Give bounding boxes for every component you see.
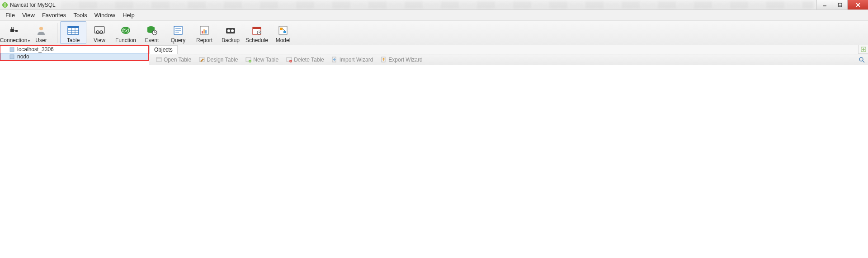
svg-rect-50: [10, 55, 14, 59]
connection-sidebar: localhost_3306 nodo: [0, 45, 149, 258]
main-toolbar: Connection▾ User Table View f(x) Functio…: [0, 21, 868, 45]
toolbar-separator: [57, 23, 57, 43]
view-glasses-icon: [93, 24, 106, 36]
toolbar-function-label: Function: [115, 37, 136, 43]
toolbar-user-label: User: [35, 37, 47, 43]
toolbar-function[interactable]: f(x) Function: [113, 21, 139, 44]
connection-item-label: localhost_3306: [17, 46, 54, 53]
search-button[interactable]: [857, 55, 866, 64]
connection-list-highlight: localhost_3306 nodo: [0, 45, 149, 61]
toolbar-schedule-label: Schedule: [245, 37, 268, 43]
new-table-label: New Table: [253, 57, 278, 63]
main-panel: Objects Open Table Design Table: [149, 45, 868, 258]
connection-item-label: nodo: [17, 53, 29, 60]
svg-line-67: [863, 61, 864, 62]
event-clock-icon: [146, 24, 158, 36]
table-grid-icon: [67, 24, 80, 36]
svg-rect-54: [156, 57, 161, 62]
new-table-button[interactable]: New Table: [241, 56, 282, 64]
import-wizard-icon: [331, 57, 338, 63]
background-browser-tabs: [61, 1, 814, 9]
navicat-icon: [2, 2, 8, 8]
new-table-icon: [245, 57, 251, 63]
toolbar-event-label: Event: [145, 37, 159, 43]
menu-help[interactable]: Help: [119, 11, 138, 19]
toolbar-schedule[interactable]: Schedule: [244, 21, 270, 44]
tab-objects[interactable]: Objects: [149, 45, 178, 54]
toolbar-query[interactable]: Query: [165, 21, 191, 44]
menu-view[interactable]: View: [19, 11, 38, 19]
svg-rect-45: [279, 26, 287, 34]
design-table-icon: [198, 57, 205, 63]
toolbar-model-label: Model: [276, 37, 291, 43]
tab-filler: [178, 45, 858, 54]
backup-tape-icon: [224, 24, 237, 36]
search-icon: [859, 57, 865, 63]
connection-item-localhost[interactable]: localhost_3306: [0, 46, 148, 53]
delete-table-button[interactable]: Delete Table: [282, 56, 328, 64]
function-fx-icon: f(x): [119, 24, 132, 36]
menubar: File View Favorites Tools Window Help: [0, 10, 868, 21]
report-chart-icon: [198, 24, 211, 36]
menu-window[interactable]: Window: [91, 11, 119, 19]
svg-rect-34: [202, 31, 203, 33]
export-wizard-icon: [380, 57, 387, 63]
svg-rect-7: [10, 29, 14, 32]
design-table-label: Design Table: [207, 57, 238, 63]
design-table-button[interactable]: Design Table: [195, 56, 241, 64]
menu-tools[interactable]: Tools: [70, 11, 90, 19]
toolbar-event[interactable]: Event: [139, 21, 165, 44]
close-button[interactable]: [847, 0, 868, 10]
import-wizard-label: Import Wizard: [340, 57, 373, 63]
export-wizard-button[interactable]: Export Wizard: [377, 56, 426, 64]
svg-rect-35: [203, 29, 205, 33]
svg-rect-49: [10, 48, 14, 52]
maximize-icon: [838, 3, 842, 7]
toolbar-view[interactable]: View: [86, 21, 113, 44]
open-table-label: Open Table: [164, 57, 191, 63]
toolbar-view-label: View: [94, 37, 105, 43]
minimize-button[interactable]: [816, 0, 832, 10]
export-wizard-label: Export Wizard: [388, 57, 422, 63]
toolbar-model[interactable]: Model: [270, 21, 296, 44]
minimize-icon: [822, 3, 827, 7]
object-toolbar: Open Table Design Table New Table Delete…: [149, 54, 868, 65]
menu-favorites[interactable]: Favorites: [38, 11, 70, 19]
open-table-icon: [156, 57, 162, 63]
svg-point-38: [227, 29, 230, 32]
body: localhost_3306 nodo Objects: [0, 45, 868, 258]
tab-label: Objects: [154, 47, 173, 53]
svg-rect-36: [205, 30, 207, 33]
toolbar-query-label: Query: [171, 37, 186, 43]
toolbar-report-label: Report: [196, 37, 212, 43]
svg-point-12: [39, 27, 43, 30]
svg-rect-10: [15, 30, 18, 32]
delete-table-icon: [286, 57, 292, 63]
database-icon: [9, 54, 14, 59]
svg-rect-14: [68, 26, 79, 28]
menu-file[interactable]: File: [2, 11, 19, 19]
content-area: [149, 65, 868, 258]
svg-rect-41: [253, 27, 261, 29]
toolbar-table-label: Table: [67, 37, 80, 43]
app-title: Navicat for MySQL: [10, 2, 58, 8]
toolbar-user[interactable]: User: [28, 21, 54, 44]
toolbar-connection[interactable]: Connection▾: [2, 21, 28, 44]
svg-rect-47: [283, 31, 286, 33]
maximize-button[interactable]: [832, 0, 847, 10]
toolbar-backup-label: Backup: [222, 37, 240, 43]
toolbar-table[interactable]: Table: [60, 21, 86, 44]
svg-point-39: [231, 29, 234, 32]
database-icon: [9, 47, 14, 52]
tab-add-button[interactable]: [858, 45, 868, 54]
toolbar-report[interactable]: Report: [191, 21, 217, 44]
close-icon: [855, 2, 861, 8]
import-wizard-button[interactable]: Import Wizard: [328, 56, 377, 64]
toolbar-backup[interactable]: Backup: [217, 21, 244, 44]
svg-text:f(x): f(x): [122, 28, 129, 33]
tab-row: Objects: [149, 45, 868, 54]
connection-item-nodo[interactable]: nodo: [0, 53, 148, 60]
schedule-calendar-icon: [250, 24, 263, 36]
open-table-button[interactable]: Open Table: [152, 56, 195, 64]
toolbar-connection-label: Connection: [0, 37, 27, 43]
